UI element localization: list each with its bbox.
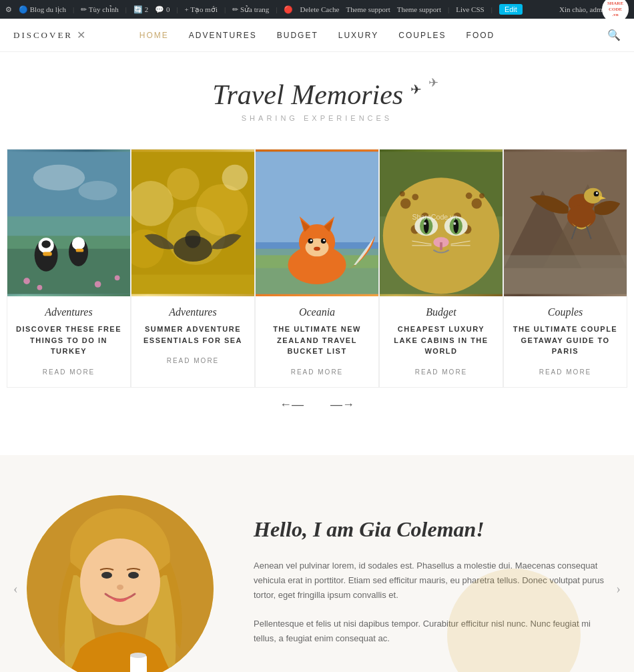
card-4-body: Budget CHEAPEST LUXURY LAKE CABINS IN TH… xyxy=(380,296,503,387)
svg-text:ShareCode.vn: ShareCode.vn xyxy=(412,213,457,221)
svg-point-77 xyxy=(596,192,598,194)
card-5-image xyxy=(504,149,627,296)
svg-point-15 xyxy=(115,275,120,280)
about-image xyxy=(27,495,214,673)
svg-point-61 xyxy=(424,222,426,225)
svg-point-18 xyxy=(167,168,199,200)
card-3-body: Oceania THE ULTIMATE NEW ZEALAND TRAVEL … xyxy=(256,296,378,387)
nav-adventures[interactable]: ADVENTURES xyxy=(189,31,257,40)
card-3-title: THE ULTIMATE NEW ZEALAND TRAVEL BUCKET L… xyxy=(264,324,370,357)
prev-button[interactable]: ←— xyxy=(273,394,310,415)
card-5-body: Couples THE ULTIMATE COUPLE GETAWAY GUID… xyxy=(504,296,627,387)
cards-section: Adventures DISCOVER THESE FREE THINGS TO… xyxy=(0,135,634,455)
svg-rect-64 xyxy=(440,242,442,250)
new-link[interactable]: + Tạo mới xyxy=(185,5,218,14)
admin-bar: ⚙ 🔵 Blog du lịch | ✏ Tùy chỉnh | 🔄 2 💬 0… xyxy=(0,0,634,19)
card-1-title: DISCOVER THESE FREE THINGS TO DO IN TURK… xyxy=(15,324,122,357)
search-icon[interactable]: 🔍 xyxy=(607,29,621,41)
edit-page-link[interactable]: ✏ Sửa trang xyxy=(232,5,269,14)
svg-point-41 xyxy=(314,247,320,251)
discover-x-icon: ✕ xyxy=(77,29,87,41)
svg-point-59 xyxy=(424,219,429,233)
svg-point-88 xyxy=(130,653,146,658)
nav-couples[interactable]: COUPLES xyxy=(398,31,446,40)
main-navigation: DISCOVER ✕ HOME ADVENTURES BUDGET LUXURY… xyxy=(0,19,634,52)
card-1-category: Adventures xyxy=(15,306,122,318)
svg-point-7 xyxy=(41,240,51,248)
brand-name: Travel Memories ✈ xyxy=(212,79,421,110)
delete-cache-link[interactable]: Delete Cache xyxy=(300,5,339,13)
card-5-category: Couples xyxy=(512,306,619,318)
hero-section: Travel Memories ✈ SHARING EXPERIENCES xyxy=(0,52,634,135)
live-css-link[interactable]: Live CSS xyxy=(456,5,484,13)
svg-point-60 xyxy=(453,219,458,233)
svg-point-62 xyxy=(453,222,456,225)
nav-links: HOME ADVENTURES BUDGET LUXURY COUPLES FO… xyxy=(139,31,495,40)
wp-logo-icon: ⚙ xyxy=(5,5,12,14)
blog-link[interactable]: 🔵 Blog du lịch xyxy=(19,5,66,14)
nav-home[interactable]: HOME xyxy=(139,31,169,40)
card-5: Couples THE ULTIMATE COUPLE GETAWAY GUID… xyxy=(503,149,627,388)
hero-tagline: SHARING EXPERIENCES xyxy=(13,114,621,122)
cards-grid: Adventures DISCOVER THESE FREE THINGS TO… xyxy=(7,149,627,388)
card-2: Adventures SUMMER ADVENTURE ESSENTIALS F… xyxy=(131,149,255,388)
svg-point-49 xyxy=(466,192,472,199)
svg-rect-8 xyxy=(43,252,52,256)
comments-link[interactable]: 💬 0 xyxy=(155,5,170,14)
nav-luxury[interactable]: LUXURY xyxy=(338,31,378,40)
card-5-read-more[interactable]: READ MORE xyxy=(539,368,592,376)
card-4: ShareCode.vn Budget CHEAPEST LUXURY LAKE… xyxy=(379,149,503,388)
svg-point-3 xyxy=(33,165,85,191)
svg-point-12 xyxy=(23,278,30,284)
nav-budget[interactable]: BUDGET xyxy=(277,31,318,40)
card-2-image xyxy=(131,149,254,296)
customize-link[interactable]: ✏ Tùy chỉnh xyxy=(81,5,118,14)
card-1-read-more[interactable]: READ MORE xyxy=(43,368,95,376)
svg-point-45 xyxy=(400,198,410,208)
card-2-category: Adventures xyxy=(139,306,246,318)
svg-rect-2 xyxy=(7,216,130,248)
brand-label: DISCOVER xyxy=(13,30,73,41)
svg-point-10 xyxy=(72,237,85,250)
edit-button[interactable]: Edit xyxy=(499,4,523,15)
updates-link[interactable]: 🔄 2 xyxy=(133,5,148,14)
svg-point-24 xyxy=(185,230,200,248)
svg-point-46 xyxy=(412,194,418,200)
card-2-read-more[interactable]: READ MORE xyxy=(167,357,220,364)
svg-rect-25 xyxy=(131,274,254,294)
svg-point-14 xyxy=(95,281,101,288)
theme-support-link[interactable]: Theme support xyxy=(346,5,390,13)
admin-greeting: Xin chào, admin xyxy=(559,5,608,13)
svg-point-84 xyxy=(101,572,112,579)
svg-point-75 xyxy=(584,188,602,204)
svg-point-83 xyxy=(80,539,160,625)
card-2-body: Adventures SUMMER ADVENTURE ESSENTIALS F… xyxy=(131,296,254,376)
pagination: ←— —→ xyxy=(7,388,627,435)
card-5-title: THE ULTIMATE COUPLE GETAWAY GUIDE TO PAR… xyxy=(512,324,619,357)
svg-point-85 xyxy=(128,572,139,579)
svg-rect-73 xyxy=(504,255,627,294)
card-4-image: ShareCode.vn xyxy=(380,149,503,296)
next-button[interactable]: —→ xyxy=(324,394,361,415)
card-1: Adventures DISCOVER THESE FREE THINGS TO… xyxy=(7,149,131,388)
about-prev-button[interactable]: ‹ xyxy=(13,581,18,596)
card-4-category: Budget xyxy=(388,306,495,318)
about-next-button[interactable]: › xyxy=(616,581,621,596)
theme-support-text: Theme support xyxy=(397,5,441,13)
card-3: Oceania THE ULTIMATE NEW ZEALAND TRAVEL … xyxy=(255,149,379,388)
svg-point-86 xyxy=(117,585,123,590)
about-section: ‹ xyxy=(0,455,634,673)
svg-rect-11 xyxy=(76,249,84,252)
svg-point-48 xyxy=(472,198,482,208)
brand-logo: Travel Memories ✈ xyxy=(212,79,421,111)
card-3-read-more[interactable]: READ MORE xyxy=(291,368,344,376)
about-title: Hello, I am Gia Coleman! xyxy=(254,517,607,542)
svg-point-50 xyxy=(479,193,485,198)
card-4-title: CHEAPEST LUXURY LAKE CABINS IN THE WORLD xyxy=(388,324,495,357)
card-1-image xyxy=(7,149,130,296)
card-4-read-more[interactable]: READ MORE xyxy=(415,368,468,376)
card-3-image xyxy=(256,149,378,296)
svg-point-20 xyxy=(222,165,248,191)
card-2-title: SUMMER ADVENTURE ESSENTIALS FOR SEA xyxy=(139,324,246,346)
nav-food[interactable]: FOOD xyxy=(466,31,495,40)
